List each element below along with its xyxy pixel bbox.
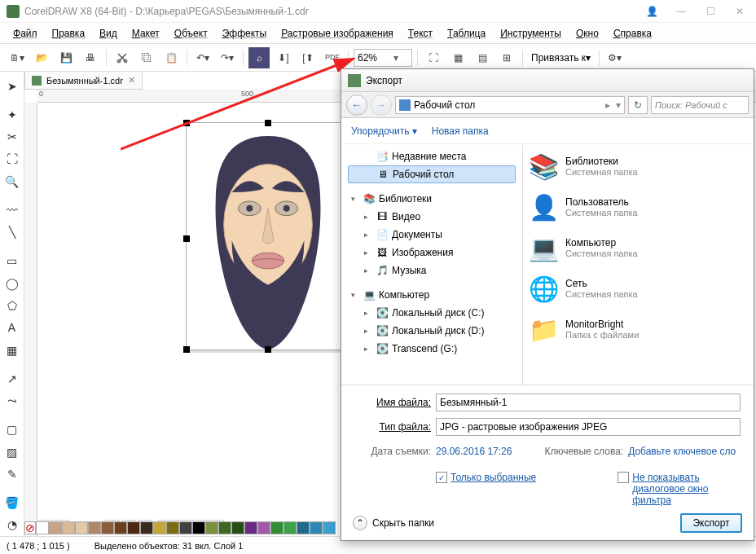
- dont-show-filter-checkbox[interactable]: Не показывать диалоговое окно фильтра: [618, 472, 738, 506]
- fill-tool[interactable]: 🪣: [2, 492, 23, 512]
- freehand-tool[interactable]: 〰: [2, 200, 23, 220]
- new-folder-button[interactable]: Новая папка: [432, 125, 489, 137]
- menu-help[interactable]: Справка: [607, 24, 658, 42]
- paste-button[interactable]: 📋: [160, 47, 182, 68]
- shape-tool[interactable]: ✦: [2, 104, 23, 125]
- menu-tools[interactable]: Инструменты: [494, 24, 568, 42]
- collapse-icon[interactable]: ⌃: [353, 516, 367, 530]
- table-tool[interactable]: ▦: [2, 340, 23, 360]
- back-button[interactable]: ←: [346, 95, 367, 116]
- menu-edit[interactable]: Правка: [46, 24, 92, 42]
- color-swatch[interactable]: [62, 521, 75, 534]
- folder-item[interactable]: 💻КомпьютерСистемная папка: [528, 231, 749, 265]
- user-icon[interactable]: 👤: [642, 3, 662, 20]
- connector-tool[interactable]: ⤳: [2, 390, 23, 411]
- color-swatch[interactable]: [284, 521, 297, 534]
- date-value[interactable]: 29.06.2016 17:26: [436, 446, 512, 457]
- menu-file[interactable]: Файл: [7, 24, 44, 42]
- color-swatch[interactable]: [114, 521, 127, 534]
- only-selected-checkbox[interactable]: ✓ Только выбранные: [436, 472, 536, 506]
- color-swatch[interactable]: [127, 521, 140, 534]
- menu-window[interactable]: Окно: [569, 24, 605, 42]
- color-swatch[interactable]: [166, 521, 179, 534]
- close-button[interactable]: ✕: [730, 3, 749, 20]
- artistic-tool[interactable]: ╲: [2, 222, 23, 243]
- color-swatch[interactable]: [270, 521, 284, 534]
- grid-button[interactable]: ▦: [447, 47, 468, 68]
- color-swatch[interactable]: [231, 521, 244, 534]
- folder-item[interactable]: 📚БиблиотекиСистемная папка: [528, 149, 749, 183]
- publish-pdf-button[interactable]: PDF: [322, 47, 343, 68]
- zoom-tool[interactable]: 🔍: [2, 171, 23, 191]
- menu-layout[interactable]: Макет: [125, 24, 166, 42]
- tree-item[interactable]: ▸💽Локальный диск (C:): [348, 304, 516, 322]
- outline-tool[interactable]: ◔: [2, 515, 23, 535]
- filetype-select[interactable]: JPG - растровые изображения JPEG: [436, 418, 741, 436]
- color-swatch[interactable]: [310, 521, 323, 534]
- import-button[interactable]: ⬇]: [273, 47, 294, 68]
- tree-item[interactable]: ▸💽Локальный диск (D:): [348, 322, 516, 340]
- shadow-tool[interactable]: ▢: [2, 420, 23, 440]
- page[interactable]: [186, 122, 349, 350]
- face-artwork[interactable]: [200, 128, 336, 354]
- tree-item[interactable]: ▸🎵Музыка: [348, 262, 516, 279]
- maximize-button[interactable]: ☐: [701, 3, 720, 20]
- tree-item[interactable]: 📑Недавние места: [348, 147, 516, 165]
- export-button[interactable]: Экспорт: [680, 513, 742, 533]
- color-swatch[interactable]: [153, 521, 166, 534]
- location-bar[interactable]: Рабочий стол ▸ ▾: [395, 96, 625, 114]
- color-swatch[interactable]: [101, 521, 114, 534]
- forward-button[interactable]: →: [371, 95, 392, 116]
- keywords-hint[interactable]: Добавьте ключевое сло: [628, 446, 736, 457]
- color-swatch[interactable]: [36, 521, 49, 534]
- tree-item[interactable]: ▸🎞Видео: [348, 208, 516, 226]
- export-button[interactable]: [⬆: [297, 47, 319, 68]
- tree-item[interactable]: ▾💻Компьютер: [348, 286, 516, 304]
- dimension-tool[interactable]: ↗: [2, 368, 23, 389]
- color-swatch[interactable]: [49, 521, 62, 534]
- rectangle-tool[interactable]: ▭: [2, 251, 23, 271]
- tree-item[interactable]: ▾📚Библиотеки: [348, 190, 516, 208]
- copy-button[interactable]: ⿻: [136, 47, 157, 68]
- menu-text[interactable]: Текст: [402, 24, 439, 42]
- crop-tool[interactable]: ✂: [2, 126, 23, 147]
- folder-item[interactable]: 🌐СетьСистемная папка: [528, 271, 749, 306]
- fullscreen-button[interactable]: ⛶: [423, 47, 444, 68]
- cut-button[interactable]: [112, 47, 133, 68]
- transparency-tool[interactable]: ▨: [2, 442, 23, 462]
- redo-button[interactable]: ↷▾: [217, 47, 238, 68]
- search-input[interactable]: Поиск: Рабочий с: [651, 96, 749, 114]
- color-swatch[interactable]: [75, 521, 88, 534]
- folder-item[interactable]: 📁MonitorBrightПапка с файлами: [528, 312, 749, 346]
- folder-list[interactable]: 📚БиблиотекиСистемная папка👤ПользовательС…: [522, 144, 754, 385]
- color-swatch[interactable]: [297, 521, 310, 534]
- color-swatch[interactable]: [244, 521, 257, 534]
- color-swatch[interactable]: [88, 521, 101, 534]
- new-button[interactable]: 🗎▾: [7, 47, 28, 68]
- color-swatch[interactable]: [323, 521, 336, 534]
- filename-input[interactable]: [436, 394, 741, 411]
- save-button[interactable]: 💾: [55, 47, 77, 68]
- color-swatch[interactable]: [179, 521, 192, 534]
- tree-item[interactable]: 🖥Рабочий стол: [348, 165, 516, 183]
- menu-view[interactable]: Вид: [93, 24, 124, 42]
- guides-button[interactable]: ⊞: [496, 47, 517, 68]
- color-swatch[interactable]: [257, 521, 270, 534]
- tree-item[interactable]: ▸🖼Изображения: [348, 244, 516, 262]
- folder-tree[interactable]: 📑Недавние места🖥Рабочий стол▾📚Библиотеки…: [341, 144, 522, 385]
- color-swatch[interactable]: [192, 521, 205, 534]
- color-swatch[interactable]: [205, 521, 218, 534]
- folder-item[interactable]: 👤ПользовательСистемная папка: [528, 190, 749, 224]
- menu-effects[interactable]: Эффекты: [216, 24, 274, 42]
- open-button[interactable]: 📂: [31, 47, 52, 68]
- menu-object[interactable]: Объект: [168, 24, 214, 42]
- zoom-input[interactable]: ▾: [354, 49, 412, 67]
- document-tab[interactable]: Безымянный-1.cdr ✕: [24, 72, 143, 90]
- search-button[interactable]: ⌕: [248, 47, 270, 68]
- color-swatch[interactable]: [218, 521, 231, 534]
- text-tool[interactable]: A: [2, 318, 23, 338]
- print-button[interactable]: 🖶: [80, 47, 101, 68]
- polygon-tool[interactable]: ⬠: [2, 295, 23, 315]
- refresh-button[interactable]: ↻: [628, 96, 648, 114]
- color-swatch[interactable]: [140, 521, 153, 534]
